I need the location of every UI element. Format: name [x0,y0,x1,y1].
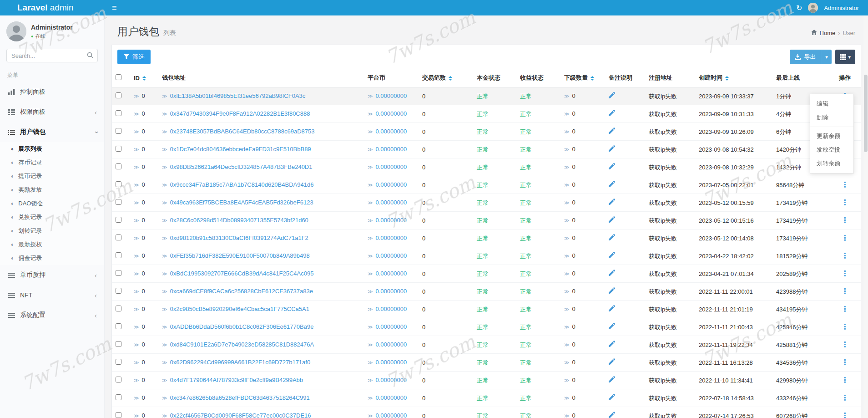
expand-icon[interactable]: ≫ [134,164,139,170]
menu-item-transfer-balance[interactable]: 划转余额 [810,157,853,170]
expand-icon[interactable]: ≫ [368,93,373,99]
row-checkbox[interactable] [116,199,121,205]
expand-icon[interactable]: ≫ [564,253,570,259]
wallet-address-link[interactable]: 0x28C6c06298d514Db089934071355E5743bf21d… [170,217,308,224]
edit-remark-pencil-icon[interactable] [609,234,615,242]
wallet-address-link[interactable]: 0x1Dc7e04dc804636ebbcedeFa9FD31c9E510BbB… [170,146,311,153]
export-button[interactable]: 导出 [790,50,821,64]
wallet-address-link[interactable]: 0x9cce34F7aB185c7ABA1b7C8140d620B4BDA941… [170,181,314,188]
expand-icon[interactable]: ≫ [564,289,570,294]
expand-icon[interactable]: ≫ [134,218,139,223]
row-checkbox[interactable] [116,394,121,400]
row-actions-dots-icon[interactable]: ⋮ [841,358,848,366]
edit-remark-pencil-icon[interactable] [609,127,615,136]
expand-icon[interactable]: ≫ [134,377,139,383]
submenu-item-display-list[interactable]: ◐展示列表 [0,142,104,156]
expand-icon[interactable]: ≫ [564,93,570,99]
platform-coin-link[interactable]: 0.00000000 [376,306,407,312]
edit-remark-pencil-icon[interactable] [609,199,615,207]
row-checkbox[interactable] [116,217,121,223]
row-checkbox[interactable] [116,341,121,347]
row-actions-dots-icon[interactable]: ⋮ [841,394,848,402]
search-icon[interactable] [87,52,93,60]
wallet-address-link[interactable]: 0xBdC19953092707E666CdB39dA4c841F25C4Ac0… [170,270,314,277]
expand-icon[interactable]: ≫ [564,395,570,401]
expand-icon[interactable]: ≫ [162,324,167,330]
expand-icon[interactable]: ≫ [368,235,373,241]
sidebar-item-staking[interactable]: 单币质押 ‹ [0,265,104,285]
wallet-address-link[interactable]: 0x2c9850cB5e8920290ef6e4Cbac5ca1F775CCa5… [170,306,309,312]
expand-icon[interactable]: ≫ [564,218,570,223]
expand-icon[interactable]: ≫ [368,253,373,259]
expand-icon[interactable]: ≫ [134,111,139,117]
edit-remark-pencil-icon[interactable] [609,394,615,402]
row-checkbox[interactable] [116,181,121,187]
expand-icon[interactable]: ≫ [162,271,167,276]
expand-icon[interactable]: ≫ [162,182,167,188]
expand-icon[interactable]: ≫ [162,360,167,365]
expand-icon[interactable]: ≫ [134,306,139,312]
select-all-checkbox[interactable] [116,74,121,80]
platform-coin-link[interactable]: 0.00000000 [376,359,407,366]
edit-remark-pencil-icon[interactable] [609,358,615,367]
expand-icon[interactable]: ≫ [564,129,570,134]
breadcrumb-home[interactable]: Home [820,30,836,36]
wallet-address-link[interactable]: 0x23748E3057BdBAB6C64EDb80ccC8788c69aD87… [170,128,315,135]
expand-icon[interactable]: ≫ [368,360,373,365]
wallet-address-link[interactable]: 0xd98120b91c583130C0aCf6Ff0391274AdC71a1… [170,234,308,241]
export-dropdown-caret[interactable]: ▾ [821,50,832,64]
sidebar-toggle-icon[interactable]: ≡ [105,3,124,13]
submenu-item-latest-auth[interactable]: ◐最新授权 [0,238,104,251]
expand-icon[interactable]: ≫ [368,289,373,294]
expand-icon[interactable]: ≫ [134,360,139,365]
filter-button[interactable]: 筛选 [117,50,151,64]
columns-toggle-button[interactable]: ▾ [835,50,855,64]
wallet-address-link[interactable]: 0xFEf35b716dF382E590E9100F50070b849A89b4… [170,252,310,259]
submenu-item-deposit-record[interactable]: ◐存币记录 [0,156,104,169]
expand-icon[interactable]: ≫ [134,129,139,134]
search-input[interactable] [6,49,98,62]
expand-icon[interactable]: ≫ [134,253,139,259]
expand-icon[interactable]: ≫ [162,218,167,223]
sidebar-item-system-config[interactable]: 系统配置 ‹ [0,305,104,325]
expand-icon[interactable]: ≫ [564,235,570,241]
vertical-scrollbar[interactable] [863,15,868,418]
menu-item-airdrop[interactable]: 发放空投 [810,143,853,157]
header-subordinate-count[interactable]: 下级数量 [560,69,605,87]
expand-icon[interactable]: ≫ [564,377,570,383]
row-checkbox[interactable] [116,288,121,294]
expand-icon[interactable]: ≫ [368,377,373,383]
expand-icon[interactable]: ≫ [368,200,373,205]
platform-coin-link[interactable]: 0.00000000 [376,128,407,135]
platform-coin-link[interactable]: 0.00000000 [376,270,407,277]
row-checkbox[interactable] [116,128,121,134]
expand-icon[interactable]: ≫ [368,395,373,401]
expand-icon[interactable]: ≫ [564,342,570,347]
header-id[interactable]: ID [130,69,158,87]
expand-icon[interactable]: ≫ [368,164,373,170]
platform-coin-link[interactable]: 0.00000000 [376,252,407,259]
row-actions-dots-icon[interactable]: ⋮ [841,305,848,313]
edit-remark-pencil-icon[interactable] [609,412,615,418]
edit-remark-pencil-icon[interactable] [609,216,615,224]
platform-coin-link[interactable]: 0.00000000 [376,146,407,153]
expand-icon[interactable]: ≫ [162,93,167,99]
row-actions-dots-icon[interactable]: ⋮ [841,341,848,348]
expand-icon[interactable]: ≫ [134,289,139,294]
expand-icon[interactable]: ≫ [134,235,139,241]
expand-icon[interactable]: ≫ [564,111,570,117]
submenu-item-commission-record[interactable]: ◐佣金记录 [0,251,104,265]
row-checkbox[interactable] [116,377,121,382]
expand-icon[interactable]: ≫ [564,306,570,312]
scrollbar-thumb[interactable] [864,75,868,152]
platform-coin-link[interactable]: 0.00000000 [376,288,407,295]
platform-coin-link[interactable]: 0.00000000 [376,341,407,348]
platform-coin-link[interactable]: 0.00000000 [376,181,407,188]
edit-remark-pencil-icon[interactable] [609,341,615,349]
platform-coin-link[interactable]: 0.00000000 [376,110,407,117]
sidebar-item-dashboard[interactable]: 控制面板 [0,82,104,102]
expand-icon[interactable]: ≫ [162,147,167,152]
expand-icon[interactable]: ≫ [162,377,167,383]
expand-icon[interactable]: ≫ [162,164,167,170]
row-checkbox[interactable] [116,412,121,418]
